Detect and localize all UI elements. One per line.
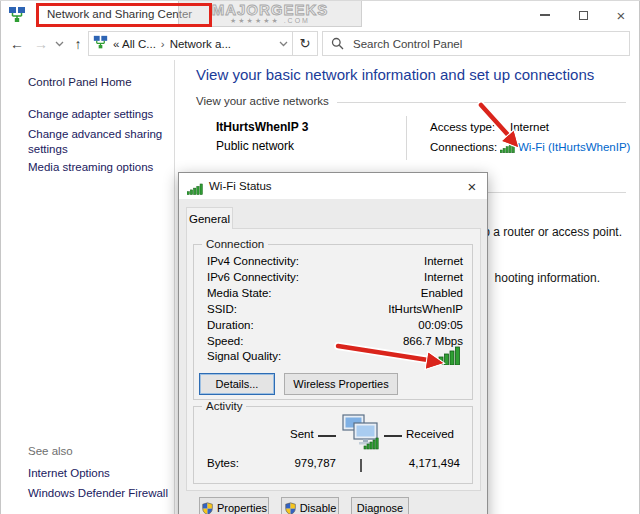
wireless-properties-button[interactable]: Wireless Properties bbox=[284, 373, 398, 395]
uac-shield-icon bbox=[201, 502, 214, 514]
address-bar[interactable]: « All C... › Network a... bbox=[88, 31, 293, 56]
breadcrumb-separator: › bbox=[161, 38, 165, 50]
access-type-row: Access type: Internet bbox=[430, 121, 549, 133]
row-value: Internet bbox=[424, 254, 463, 270]
breadcrumb-current[interactable]: Network a... bbox=[170, 38, 231, 50]
sidebar-item-internet-options[interactable]: Internet Options bbox=[28, 466, 110, 481]
dialog-title-bar: Wi-Fi Status × bbox=[179, 173, 487, 199]
details-button-label: Details... bbox=[216, 378, 259, 390]
close-icon: × bbox=[617, 7, 626, 24]
details-button[interactable]: Details... bbox=[199, 373, 275, 395]
sidebar-item-change-advanced-sharing[interactable]: Change advanced sharing settings bbox=[28, 127, 168, 156]
sidebar-item-control-panel-home[interactable]: Control Panel Home bbox=[28, 75, 132, 90]
maximize-button[interactable] bbox=[564, 0, 602, 30]
sent-dash bbox=[318, 435, 336, 437]
row-label: IPv6 Connectivity: bbox=[207, 270, 299, 286]
back-button[interactable]: ← bbox=[6, 30, 28, 58]
close-button[interactable]: × bbox=[602, 0, 640, 30]
up-icon: ↑ bbox=[75, 36, 82, 52]
activity-groupbox: Activity Sent R bbox=[193, 406, 473, 484]
wifi-status-dialog: Wi-Fi Status × General Connection IPv4 C… bbox=[178, 172, 488, 514]
breadcrumb-root[interactable]: « All C... bbox=[113, 38, 156, 50]
connections-row: Connections: Wi-Fi (ItHurtsWhenIP) bbox=[430, 141, 630, 153]
row-duration: Duration: 00:09:05 bbox=[207, 318, 463, 334]
network-sharing-center-icon bbox=[8, 6, 26, 28]
address-bar-location-icon bbox=[93, 35, 108, 52]
received-dash bbox=[384, 435, 402, 437]
disable-button[interactable]: Disable bbox=[281, 497, 339, 514]
bytes-label: Bytes: bbox=[207, 457, 239, 469]
forward-icon: → bbox=[34, 36, 48, 52]
row-label: Speed: bbox=[207, 334, 243, 350]
network-sharing-center-window: Network and Sharing Center × MAJORGEEKS … bbox=[0, 0, 640, 514]
sent-label: Sent bbox=[290, 428, 314, 440]
row-value: Enabled bbox=[421, 286, 463, 302]
row-ipv6: IPv6 Connectivity: Internet bbox=[207, 270, 463, 286]
sidebar-item-change-adapter-settings[interactable]: Change adapter settings bbox=[28, 107, 153, 122]
up-button[interactable]: ↑ bbox=[68, 30, 88, 58]
uac-shield-icon bbox=[284, 502, 297, 514]
row-ssid: SSID: ItHurtsWhenIP bbox=[207, 302, 463, 318]
row-value: Internet bbox=[424, 270, 463, 286]
back-icon: ← bbox=[10, 36, 24, 52]
active-networks-label: View your active networks bbox=[196, 95, 329, 107]
chevron-down-icon bbox=[55, 41, 64, 47]
page-title: View your basic network information and … bbox=[196, 66, 594, 83]
signal-quality-bars-icon bbox=[433, 346, 461, 369]
title-bar: Network and Sharing Center × bbox=[0, 0, 640, 30]
network-info-divider bbox=[406, 116, 407, 160]
wifi-connection-link[interactable]: Wi-Fi (ItHurtsWhenIP) bbox=[518, 141, 630, 153]
window-left-edge bbox=[0, 0, 1, 514]
row-label: Media State: bbox=[207, 286, 272, 302]
wifi-status-icon bbox=[187, 181, 203, 199]
section-divider-line bbox=[337, 102, 626, 103]
row-ipv4: IPv4 Connectivity: Internet bbox=[207, 254, 463, 270]
connection-groupbox: Connection IPv4 Connectivity: Internet I… bbox=[193, 244, 473, 400]
diagnose-button[interactable]: Diagnose bbox=[351, 497, 409, 514]
sidebar-item-media-streaming[interactable]: Media streaming options bbox=[28, 160, 153, 175]
active-networks-section: View your active networks bbox=[196, 95, 626, 107]
row-label: Duration: bbox=[207, 318, 254, 334]
search-icon bbox=[331, 37, 344, 50]
bytes-divider-tick bbox=[360, 459, 362, 472]
minimize-button[interactable] bbox=[526, 0, 564, 30]
access-type-label: Access type: bbox=[430, 121, 510, 133]
see-also-heading: See also bbox=[28, 445, 73, 457]
tab-general[interactable]: General bbox=[186, 207, 233, 229]
refresh-icon: ↻ bbox=[300, 36, 311, 51]
wifi-signal-icon bbox=[500, 142, 515, 153]
bytes-sent-value: 979,787 bbox=[274, 457, 336, 469]
sidebar-divider bbox=[174, 60, 175, 514]
row-label: SSID: bbox=[207, 302, 237, 318]
properties-button[interactable]: Properties bbox=[199, 497, 269, 514]
forward-button[interactable]: → bbox=[30, 30, 52, 58]
partial-text-troubleshooting: hooting information. bbox=[495, 271, 600, 285]
window-top-edge bbox=[0, 0, 640, 1]
bytes-received-value: 4,171,494 bbox=[394, 457, 460, 469]
received-label: Received bbox=[406, 428, 454, 440]
partial-text-router: t up a router or access point. bbox=[470, 225, 622, 239]
dialog-title: Wi-Fi Status bbox=[209, 180, 272, 192]
address-dropdown-icon[interactable] bbox=[279, 41, 288, 47]
activity-group-label: Activity bbox=[202, 400, 246, 412]
connections-label: Connections: bbox=[430, 141, 500, 153]
search-box[interactable] bbox=[322, 31, 630, 56]
refresh-button[interactable]: ↻ bbox=[293, 31, 318, 56]
dialog-close-button[interactable]: × bbox=[457, 173, 487, 199]
minimize-icon bbox=[540, 14, 550, 16]
recent-pages-button[interactable] bbox=[52, 30, 66, 58]
computer-activity-icon bbox=[340, 412, 380, 456]
network-name: ItHurtsWhenIP 3 bbox=[216, 120, 308, 134]
wireless-properties-label: Wireless Properties bbox=[293, 378, 388, 390]
row-value: ItHurtsWhenIP bbox=[388, 302, 463, 318]
sidebar-item-windows-defender-firewall[interactable]: Windows Defender Firewall bbox=[28, 486, 168, 501]
disable-button-label: Disable bbox=[300, 502, 337, 514]
row-label: IPv4 Connectivity: bbox=[207, 254, 299, 270]
row-speed: Speed: 866.7 Mbps bbox=[207, 334, 463, 350]
navigation-toolbar: ← → ↑ « All C... › Network a... ↻ bbox=[0, 30, 640, 60]
search-input[interactable] bbox=[351, 37, 621, 51]
diagnose-button-label: Diagnose bbox=[357, 502, 403, 514]
connection-group-label: Connection bbox=[202, 238, 268, 250]
dialog-close-icon: × bbox=[468, 178, 477, 195]
access-type-value: Internet bbox=[510, 121, 549, 133]
